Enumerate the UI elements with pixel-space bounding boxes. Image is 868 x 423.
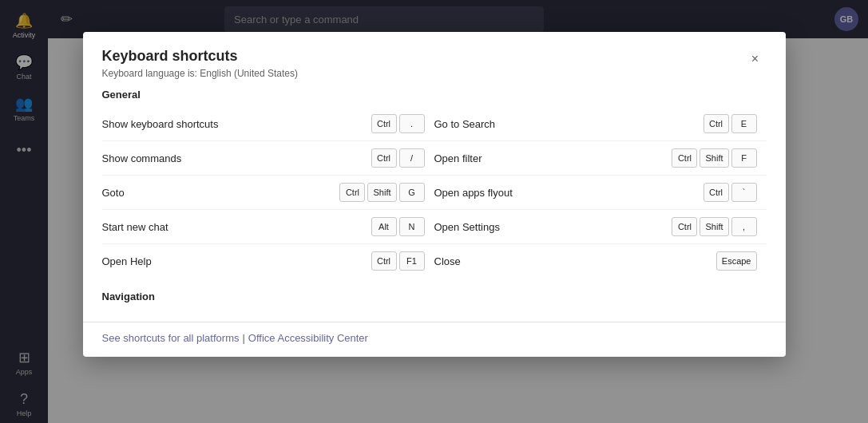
shortcut-close-keys: Escape [716, 251, 757, 271]
key-e: E [731, 114, 757, 133]
shortcut-open-filter-keys: Ctrl Shift F [672, 148, 756, 168]
shortcut-show-commands-label: Show commands [102, 152, 182, 164]
key-ctrl: Ctrl [371, 251, 397, 271]
shortcut-open-apps-flyout-label: Open apps flyout [434, 187, 513, 199]
shortcut-show-commands: Show commands Ctrl / [102, 141, 434, 176]
footer-link-all-platforms[interactable]: See shortcuts for all platforms [102, 332, 240, 344]
shortcut-open-apps-flyout-keys: Ctrl ` [704, 183, 757, 202]
shortcut-show-keyboard: Show keyboard shortcuts Ctrl . [102, 107, 434, 141]
shortcut-open-filter-label: Open filter [434, 152, 482, 164]
shortcut-open-help-keys: Ctrl F1 [371, 251, 425, 271]
shortcut-open-help-label: Open Help [102, 255, 152, 267]
shortcut-new-chat-keys: Alt N [371, 217, 425, 236]
close-button[interactable]: × [744, 48, 767, 70]
modal-title: Keyboard shortcuts [102, 48, 298, 65]
key-backtick: ` [731, 183, 757, 202]
shortcut-go-to-search-keys: Ctrl E [704, 114, 757, 133]
shortcut-new-chat: Start new chat Alt N [102, 210, 434, 244]
key-ctrl: Ctrl [704, 114, 729, 133]
key-slash: / [399, 148, 425, 168]
shortcut-goto-label: Goto [102, 187, 125, 199]
key-ctrl: Ctrl [704, 183, 729, 202]
shortcut-go-to-search: Go to Search Ctrl E [434, 107, 767, 141]
key-ctrl: Ctrl [371, 148, 397, 168]
section-general-title: General [102, 89, 767, 101]
key-comma: , [731, 217, 757, 236]
shortcut-close: Close Escape [434, 244, 767, 278]
shortcut-show-keyboard-keys: Ctrl . [371, 114, 425, 133]
shortcut-go-to-search-label: Go to Search [434, 118, 496, 130]
footer-link-accessibility[interactable]: Office Accessibility Center [248, 332, 368, 344]
shortcut-open-filter: Open filter Ctrl Shift F [434, 141, 767, 176]
modal-header-text: Keyboard shortcuts Keyboard language is:… [102, 48, 298, 79]
modal-overlay: Keyboard shortcuts Keyboard language is:… [0, 0, 868, 423]
shortcut-open-apps-flyout: Open apps flyout Ctrl ` [434, 176, 767, 210]
shortcut-close-label: Close [434, 255, 461, 267]
shortcut-open-settings-label: Open Settings [434, 221, 500, 233]
key-g: G [399, 183, 425, 202]
key-f1: F1 [399, 251, 425, 271]
shortcut-open-settings: Open Settings Ctrl Shift , [434, 210, 767, 244]
shortcuts-grid: Show keyboard shortcuts Ctrl . Show comm… [102, 107, 767, 278]
shortcut-goto-keys: Ctrl Shift G [339, 183, 424, 202]
modal-subtitle: Keyboard language is: English (United St… [102, 68, 298, 79]
shortcut-open-help: Open Help Ctrl F1 [102, 244, 434, 278]
key-ctrl: Ctrl [672, 148, 697, 168]
key-alt: Alt [371, 217, 397, 236]
key-ctrl: Ctrl [371, 114, 397, 133]
key-shift: Shift [700, 148, 728, 168]
section-navigation-title: Navigation [102, 291, 767, 302]
key-shift: Shift [700, 217, 728, 236]
shortcut-open-settings-keys: Ctrl Shift , [672, 217, 756, 236]
modal-footer: See shortcuts for all platforms | Office… [83, 322, 786, 357]
key-escape: Escape [716, 251, 757, 271]
keyboard-shortcuts-modal: Keyboard shortcuts Keyboard language is:… [83, 32, 786, 357]
shortcuts-right-column: Go to Search Ctrl E Open filter Ctrl Shi… [434, 107, 767, 278]
key-dot: . [399, 114, 425, 133]
key-ctrl: Ctrl [672, 217, 697, 236]
modal-body: General Show keyboard shortcuts Ctrl . S… [83, 85, 786, 322]
shortcuts-left-column: Show keyboard shortcuts Ctrl . Show comm… [102, 107, 434, 278]
key-shift: Shift [367, 183, 396, 202]
shortcut-new-chat-label: Start new chat [102, 221, 168, 233]
key-f: F [731, 148, 757, 168]
modal-header: Keyboard shortcuts Keyboard language is:… [83, 32, 786, 85]
shortcut-show-commands-keys: Ctrl / [371, 148, 425, 168]
shortcut-show-keyboard-label: Show keyboard shortcuts [102, 118, 219, 130]
key-n: N [399, 217, 425, 236]
key-ctrl: Ctrl [339, 183, 365, 202]
footer-separator: | [242, 332, 244, 344]
shortcut-goto: Goto Ctrl Shift G [102, 176, 434, 210]
